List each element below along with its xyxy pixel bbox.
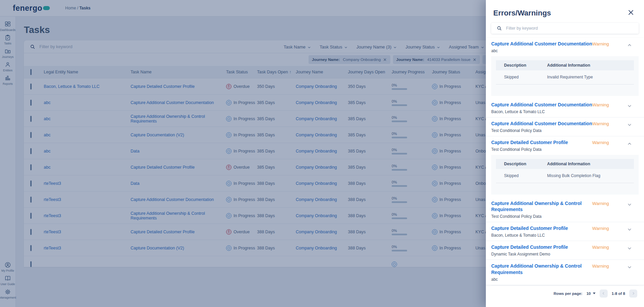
warning-item[interactable]: Capture Additional Customer Documentatio…	[486, 38, 644, 56]
details-additional: Invalid Requirement Type	[547, 75, 634, 79]
rows-per-page-select[interactable]: 10	[586, 292, 596, 296]
details-row: Skipped Missing Bulk Completion Flag	[496, 169, 634, 183]
warning-item[interactable]: Capture Additional Ownership & Control R…	[486, 197, 644, 223]
warning-details: Description Additional Information Skipp…	[491, 56, 639, 96]
warning-task-name[interactable]: Capture Additional Ownership & Control R…	[491, 263, 592, 276]
severity-badge: Warning	[592, 263, 622, 282]
details-header: Description Additional Information	[496, 159, 634, 169]
warning-item[interactable]: Capture Additional Customer Documentatio…	[486, 117, 644, 136]
warning-item[interactable]: Capture Additional Customer Documentatio…	[486, 99, 644, 117]
caret-down-icon	[593, 293, 596, 294]
expand-chevron-icon[interactable]	[622, 102, 637, 114]
rows-per-page-label: Rows per page:	[553, 292, 582, 296]
panel-title: Errors/Warnings	[493, 9, 551, 18]
details-row: Skipped Invalid Requirement Type	[496, 70, 634, 84]
next-page-button[interactable]	[629, 289, 637, 298]
warning-entity-name: Test Conditional Policy Data	[491, 214, 592, 219]
expand-chevron-icon[interactable]	[622, 121, 637, 133]
warning-task-name[interactable]: Capture Additional Customer Documentatio…	[491, 102, 592, 108]
warning-details: Description Additional Information Skipp…	[491, 155, 639, 195]
prev-page-button[interactable]	[600, 289, 608, 298]
rows-per-page-value: 10	[586, 292, 591, 296]
page-range: 1-8 of 8	[612, 292, 625, 296]
severity-badge: Warning	[592, 200, 622, 219]
expand-chevron-icon[interactable]	[622, 200, 637, 219]
expand-chevron-icon[interactable]	[622, 263, 637, 282]
details-col-description: Description	[496, 63, 547, 68]
warning-task-name[interactable]: Capture Additional Ownership & Control R…	[491, 200, 592, 213]
warning-task-name[interactable]: Capture Additional Customer Documentatio…	[491, 121, 592, 127]
warning-entity-name: Dynamic Task Assignment Demo	[491, 252, 592, 257]
warning-task-name[interactable]: Capture Additional Customer Documentatio…	[491, 41, 592, 47]
warning-entity-name: Bacon, Lettuce & Tomato LLC	[491, 233, 592, 238]
details-col-additional: Additional Information	[547, 162, 634, 166]
collapse-chevron-icon[interactable]	[622, 41, 637, 53]
details-description: Skipped	[496, 75, 547, 79]
details-additional: Missing Bulk Completion Flag	[547, 173, 634, 178]
warning-entity-name: Bacon, Lettuce & Tomato LLC	[491, 109, 592, 114]
warning-task-name[interactable]: Capture Detailed Customer Profile	[491, 244, 592, 250]
severity-badge: Warning	[592, 41, 622, 53]
warning-item[interactable]: Capture Detailed Customer Profile Dynami…	[486, 241, 644, 260]
panel-search-icon	[497, 26, 502, 31]
details-col-additional: Additional Information	[547, 63, 634, 68]
warning-item[interactable]: Capture Detailed Customer Profile Test C…	[486, 136, 644, 155]
severity-badge: Warning	[592, 102, 622, 114]
severity-badge: Warning	[592, 244, 622, 257]
panel-pagination: Rows per page: 10 1-8 of 8	[491, 285, 639, 298]
warning-list: Capture Additional Customer Documentatio…	[486, 38, 644, 285]
app: fenergo Home / Tasks Dashboards Tasks Jo…	[0, 0, 644, 307]
collapse-chevron-icon[interactable]	[622, 139, 637, 152]
close-icon[interactable]	[628, 9, 635, 17]
errors-warnings-panel: Errors/Warnings Capture Additional Custo…	[486, 0, 644, 307]
modal-backdrop[interactable]	[0, 0, 486, 307]
expand-chevron-icon[interactable]	[622, 225, 637, 238]
warning-entity-name: Test Conditional Policy Data	[491, 147, 592, 152]
warning-entity-name: Test Conditional Policy Data	[491, 128, 592, 133]
severity-badge: Warning	[592, 121, 622, 133]
severity-badge: Warning	[592, 225, 622, 238]
panel-header: Errors/Warnings	[486, 0, 644, 23]
details-col-description: Description	[496, 162, 547, 166]
severity-badge: Warning	[592, 139, 622, 152]
warning-entity-name: abc	[491, 48, 592, 53]
expand-chevron-icon[interactable]	[622, 244, 637, 257]
warning-task-name[interactable]: Capture Detailed Customer Profile	[491, 139, 592, 146]
details-header: Description Additional Information	[496, 60, 634, 70]
panel-search	[491, 23, 639, 34]
warning-item[interactable]: Capture Additional Ownership & Control R…	[486, 260, 644, 285]
warning-item[interactable]: Capture Detailed Customer Profile Bacon,…	[486, 222, 644, 241]
warning-task-name[interactable]: Capture Detailed Customer Profile	[491, 225, 592, 232]
warning-entity-name: abc	[491, 277, 592, 282]
details-description: Skipped	[496, 173, 547, 178]
panel-search-input[interactable]	[506, 26, 617, 31]
